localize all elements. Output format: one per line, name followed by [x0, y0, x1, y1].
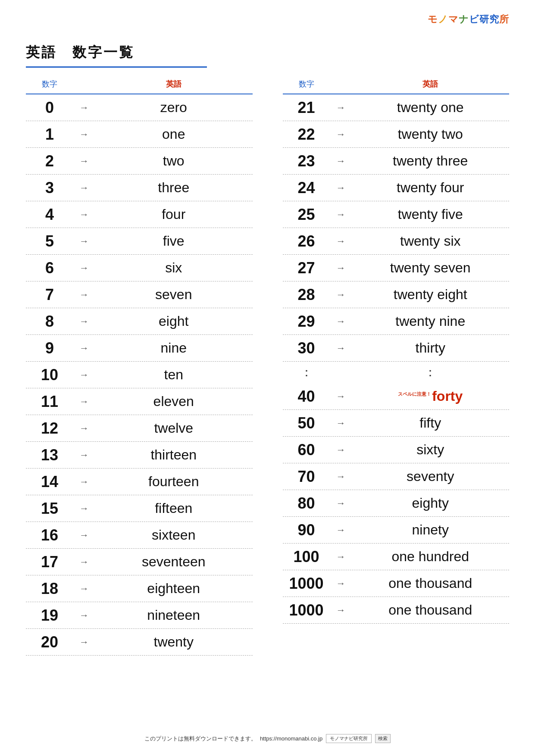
- left-row-16: 16 → sixteen: [26, 522, 253, 549]
- right-row-1: 22 → twenty two: [283, 121, 510, 148]
- left-cell-arrow-7: →: [73, 289, 95, 300]
- right-cell-arrow-5: →: [330, 236, 352, 247]
- right-table: 数字 英語 21 → twenty one 22 → twenty two 23…: [283, 76, 510, 656]
- right-row-7: 28 → twenty eight: [283, 281, 510, 308]
- title-underline: [26, 66, 207, 68]
- left-cell-eng-20: twenty: [95, 634, 253, 650]
- right-cell-num-2: 23: [283, 152, 330, 170]
- right-row-3: 24 → twenty four: [283, 175, 510, 201]
- right-row-13: 70 → seventy: [283, 463, 510, 490]
- left-cell-eng-5: five: [95, 233, 253, 249]
- left-cell-num-18: 18: [26, 580, 73, 598]
- left-row-4: 4 → four: [26, 201, 253, 228]
- left-cell-arrow-9: →: [73, 343, 95, 354]
- left-row-17: 17 → seventeen: [26, 549, 253, 575]
- left-row-2: 2 → two: [26, 148, 253, 175]
- left-row-15: 15 → fifteen: [26, 495, 253, 522]
- left-cell-num-6: 6: [26, 259, 73, 277]
- right-cell-eng-4: twenty five: [352, 206, 510, 222]
- footer-url: https://monomanabi.co.jp: [260, 735, 322, 742]
- left-cell-arrow-14: →: [73, 476, 95, 487]
- right-cell-arrow-9: →: [330, 343, 352, 354]
- left-cell-arrow-19: →: [73, 610, 95, 621]
- left-cell-eng-4: four: [95, 206, 253, 222]
- right-cell-arrow-8: →: [330, 316, 352, 327]
- left-cell-num-10: 10: [26, 366, 73, 384]
- right-cell-num-13: 70: [283, 468, 330, 486]
- right-cell-eng-13: seventy: [352, 469, 510, 484]
- dots-num: ：: [283, 364, 330, 381]
- left-cell-eng-17: seventeen: [95, 554, 253, 570]
- left-cell-eng-13: thirteen: [95, 447, 253, 463]
- left-cell-arrow-10: →: [73, 369, 95, 381]
- right-row-10: 40 → スペルに注意！forty: [283, 383, 510, 410]
- right-cell-eng-10: スペルに注意！forty: [352, 388, 510, 404]
- right-cell-num-8: 29: [283, 312, 330, 331]
- right-cell-arrow-2: →: [330, 156, 352, 167]
- right-cell-eng-12: sixty: [352, 442, 510, 458]
- right-row-2: 23 → twenty three: [283, 148, 510, 175]
- left-cell-num-11: 11: [26, 393, 73, 411]
- right-cell-num-18: 1000: [283, 601, 330, 619]
- left-cell-eng-16: sixteen: [95, 527, 253, 543]
- right-cell-eng-11: fifty: [352, 415, 510, 431]
- left-cell-num-3: 3: [26, 179, 73, 197]
- left-cell-eng-2: two: [95, 153, 253, 169]
- right-cell-num-11: 50: [283, 414, 330, 432]
- left-row-11: 11 → eleven: [26, 388, 253, 415]
- left-col-header: 数字 英語: [26, 76, 253, 92]
- right-cell-num-17: 1000: [283, 575, 330, 593]
- right-cell-arrow-13: →: [330, 471, 352, 482]
- left-cell-eng-3: three: [95, 180, 253, 196]
- left-cell-arrow-18: →: [73, 583, 95, 594]
- right-cell-eng-18: one thousand: [352, 602, 510, 618]
- right-cell-arrow-1: →: [330, 129, 352, 140]
- left-cell-arrow-17: →: [73, 556, 95, 568]
- left-cell-num-19: 19: [26, 606, 73, 625]
- left-header-num: 数字: [26, 79, 73, 89]
- left-row-0: 0 → zero: [26, 94, 253, 121]
- left-cell-arrow-3: →: [73, 182, 95, 194]
- left-cell-arrow-20: →: [73, 637, 95, 648]
- right-cell-num-0: 21: [283, 99, 330, 117]
- right-cell-eng-9: thirty: [352, 340, 510, 356]
- left-row-13: 13 → thirteen: [26, 442, 253, 469]
- right-cell-arrow-18: →: [330, 605, 352, 616]
- right-cell-eng-15: ninety: [352, 522, 510, 538]
- left-row-10: 10 → ten: [26, 362, 253, 388]
- left-cell-num-17: 17: [26, 553, 73, 571]
- left-row-8: 8 → eight: [26, 308, 253, 335]
- right-cell-eng-17: one thousand: [352, 575, 510, 591]
- brand-logo: モノマナビ研究所: [428, 13, 509, 26]
- footer: このプリントは無料ダウンロードできます。 https://monomanabi.…: [0, 734, 535, 743]
- footer-search-button[interactable]: 検索: [375, 734, 391, 743]
- left-row-20: 20 → twenty: [26, 629, 253, 656]
- right-row-15: 90 → ninety: [283, 517, 510, 544]
- left-row-9: 9 → nine: [26, 335, 253, 362]
- content-wrapper: 数字 英語 0 → zero 1 → one 2 → two 3 → three…: [26, 76, 509, 656]
- right-row-18: 1000 → one thousand: [283, 597, 510, 624]
- right-cell-num-1: 22: [283, 125, 330, 144]
- right-rows-container: 21 → twenty one 22 → twenty two 23 → twe…: [283, 94, 510, 624]
- left-cell-num-15: 15: [26, 500, 73, 518]
- left-cell-num-7: 7: [26, 286, 73, 304]
- footer-text: このプリントは無料ダウンロードできます。: [144, 735, 257, 743]
- left-rows-container: 0 → zero 1 → one 2 → two 3 → three 4 → f…: [26, 94, 253, 656]
- left-cell-eng-6: six: [95, 260, 253, 276]
- right-cell-num-3: 24: [283, 179, 330, 197]
- left-row-12: 12 → twelve: [26, 415, 253, 442]
- left-cell-num-13: 13: [26, 446, 73, 464]
- left-cell-eng-7: seven: [95, 287, 253, 303]
- left-cell-eng-10: ten: [95, 367, 253, 383]
- left-cell-eng-8: eight: [95, 313, 253, 329]
- right-cell-eng-5: twenty six: [352, 233, 510, 249]
- left-cell-eng-12: twelve: [95, 420, 253, 436]
- right-row-14: 80 → eighty: [283, 490, 510, 517]
- left-cell-num-12: 12: [26, 419, 73, 437]
- right-row-12: 60 → sixty: [283, 437, 510, 463]
- right-col-header: 数字 英語: [283, 76, 510, 92]
- right-cell-eng-14: eighty: [352, 495, 510, 511]
- left-cell-num-2: 2: [26, 152, 73, 170]
- right-cell-eng-16: one hundred: [352, 549, 510, 565]
- right-row-5: 26 → twenty six: [283, 228, 510, 255]
